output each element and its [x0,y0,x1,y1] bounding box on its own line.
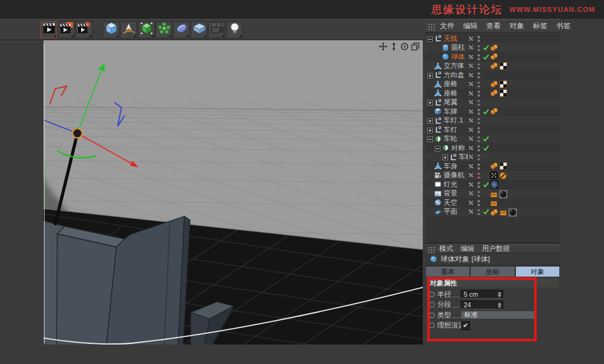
expand-plus-icon[interactable] [427,99,433,105]
visibility-dots[interactable] [478,82,480,88]
keyframe-circle-icon[interactable] [429,292,435,297]
layer-chip[interactable] [468,200,474,206]
tree-item-车灯.1[interactable]: 车灯.1 [425,116,560,126]
visibility-dots[interactable] [478,136,480,143]
expand-plus-icon[interactable] [427,127,433,133]
enabled-check-icon[interactable] [483,135,489,142]
layer-chip[interactable] [468,99,474,105]
tree-item-立方体[interactable]: 立方体 [425,62,560,71]
texture-checker-tag-icon[interactable] [500,62,507,71]
environment-floor-button[interactable] [191,21,208,38]
attribute-manager-menu-0[interactable]: 模式 [435,244,457,253]
panel-grip-icon[interactable] [428,245,435,253]
texture-checker-tag-icon[interactable] [500,80,507,89]
value-input[interactable]: 5 cm [461,290,503,299]
layer-chip[interactable] [468,45,474,50]
phong-tag-icon[interactable] [490,209,498,218]
object-manager-menu-4[interactable]: 标签 [528,21,552,31]
layer-chip[interactable] [468,81,474,87]
tab-坐标[interactable]: 坐标 [471,267,514,277]
visibility-dots[interactable] [478,54,480,60]
layer-chip[interactable] [468,172,474,178]
generator-cube-button[interactable] [138,21,155,38]
phong-tag-icon[interactable] [490,53,498,62]
phong-tag-icon[interactable] [490,108,498,116]
3d-viewport[interactable] [43,40,423,345]
expand-minus-icon[interactable] [427,36,433,41]
object-manager-menu-2[interactable]: 查看 [482,21,505,31]
tree-item-摄像机[interactable]: 摄像机 [425,171,560,180]
expand-minus-icon[interactable] [427,136,433,141]
target-cross-tag-icon[interactable] [490,172,498,180]
tree-item-灯光[interactable]: 灯光 [425,180,560,189]
modeling-array-button[interactable] [155,21,172,38]
object-manager-menu-0[interactable]: 文件 [435,21,459,31]
visibility-dots[interactable] [478,63,480,70]
enabled-check-icon[interactable] [483,208,489,215]
enabled-check-icon[interactable] [483,44,489,51]
phong-tag-icon[interactable] [490,44,498,53]
scene-light-button[interactable] [226,21,243,38]
expand-minus-icon[interactable] [435,145,440,151]
spinner-icon[interactable] [498,302,501,308]
tree-item-车牌[interactable]: 车牌 [425,107,560,116]
panel-grip-icon[interactable] [428,22,435,30]
visibility-dots[interactable] [478,91,480,97]
layer-chip[interactable] [468,127,474,133]
texture-checker-tag-icon[interactable] [500,162,507,171]
expand-plus-icon[interactable] [427,118,433,123]
expand-plus-icon[interactable] [427,72,433,78]
enabled-check-icon[interactable] [483,181,489,188]
enabled-check-icon[interactable] [483,53,489,60]
tree-item-平面[interactable]: 平面 [425,207,560,217]
visibility-dots[interactable] [478,127,480,133]
visibility-dots[interactable] [478,209,480,216]
pan-view-icon[interactable] [379,42,388,51]
expand-plus-icon[interactable] [442,154,448,160]
attribute-manager-menu-1[interactable]: 编辑 [457,244,478,253]
layer-chip[interactable] [468,63,474,69]
object-manager-menu-1[interactable]: 编辑 [459,21,482,31]
phong-tag-icon[interactable] [490,80,498,89]
tree-item-圆柱[interactable]: 圆柱 [425,43,560,53]
spinner-icon[interactable] [498,292,501,297]
visibility-dots[interactable] [478,45,480,52]
enabled-check-icon[interactable] [483,145,489,152]
layer-chip[interactable] [468,118,474,123]
tree-item-天空[interactable]: 天空 [425,198,560,207]
tree-item-车身[interactable]: 车身 [425,162,560,171]
layer-chip[interactable] [468,209,474,214]
type-dropdown[interactable]: 标准 [461,311,537,319]
tree-item-车灯[interactable]: 车灯 [425,125,560,135]
render-picture-viewer-button[interactable] [58,21,75,38]
primitive-cube-button[interactable] [103,21,120,38]
visibility-dots[interactable] [478,145,480,152]
tree-item-方向盘[interactable]: 方向盘 [425,70,560,80]
tree-item-车轮[interactable]: 车轮 [425,153,560,162]
dolly-view-icon[interactable] [389,42,398,51]
keyframe-circle-icon[interactable] [429,302,435,307]
object-manager-menu-5[interactable]: 书签 [552,21,575,31]
render-settings-button[interactable] [76,21,92,38]
layer-chip[interactable] [468,36,474,41]
object-manager-menu-3[interactable]: 对象 [505,21,528,31]
layer-chip[interactable] [468,54,474,60]
rotate-view-icon[interactable] [400,42,409,51]
phong-tag-icon[interactable] [490,162,498,171]
visibility-dots[interactable] [478,72,480,79]
tree-item-天线[interactable]: 天线 [425,34,560,43]
value-input[interactable]: 24 [461,301,503,309]
maximize-view-icon[interactable] [411,42,420,51]
visibility-dots[interactable] [478,118,480,124]
checkbox[interactable]: ✔ [461,321,470,330]
tree-item-座椅[interactable]: 座椅 [425,80,560,89]
spline-pen-button[interactable] [120,21,137,38]
tab-对象[interactable]: 对象 [516,267,559,277]
render-view-button[interactable] [40,21,57,38]
visibility-dots[interactable] [478,36,480,42]
tree-item-座椅[interactable]: 座椅 [425,89,560,98]
visibility-dots[interactable] [478,155,480,161]
visibility-dots[interactable] [478,109,480,115]
compositing-tag-icon[interactable] [500,208,507,218]
tree-item-背景[interactable]: 背景 [425,189,560,199]
